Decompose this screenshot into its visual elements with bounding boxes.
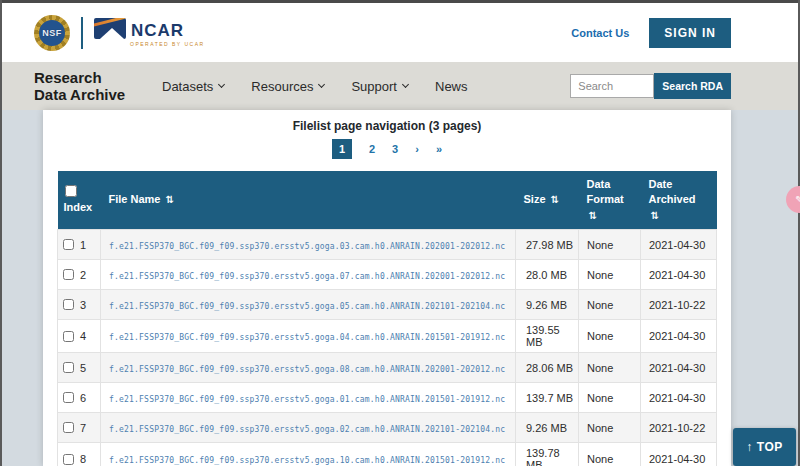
date-archived-cell: 2021-10-22 (641, 413, 717, 443)
page-button-2[interactable]: 2 (369, 143, 375, 155)
chevron-down-icon (318, 81, 325, 88)
ncar-tagline: OPERATED BY UCAR (94, 41, 205, 47)
index-cell: 3 (58, 290, 101, 320)
table-header-row: Index File Name ⇅ Size ⇅ Data Format ⇅ (58, 171, 717, 230)
date-archived-cell: 2021-04-30 (641, 353, 717, 383)
file-link[interactable]: f.e21.FSSP370_BGC.f09_f09.ssp370.ersstv5… (109, 272, 505, 281)
logo-divider (81, 17, 83, 49)
column-header-date-archived: Date Archived ⇅ (641, 171, 717, 230)
row-checkbox[interactable] (63, 392, 74, 403)
arrow-up-icon: ↑ (746, 440, 753, 454)
size-cell: 28.06 MB (516, 353, 579, 383)
date-archived-cell: 2021-04-30 (641, 320, 717, 353)
index-cell: 2 (58, 260, 101, 290)
file-name-cell: f.e21.FSSP370_BGC.f09_f09.ssp370.ersstv5… (101, 230, 516, 260)
file-link[interactable]: f.e21.FSSP370_BGC.f09_f09.ssp370.ersstv5… (109, 302, 505, 311)
row-checkbox[interactable] (63, 299, 74, 310)
ncar-logo: NCAR OPERATED BY UCAR (94, 18, 205, 47)
nav-item-support[interactable]: Support (351, 79, 408, 94)
row-checkbox[interactable] (63, 454, 74, 465)
nav-item-datasets[interactable]: Datasets (162, 79, 224, 94)
file-link[interactable]: f.e21.FSSP370_BGC.f09_f09.ssp370.ersstv5… (109, 333, 505, 342)
row-checkbox[interactable] (63, 362, 74, 373)
data-format-cell: None (579, 383, 641, 413)
data-format-cell: None (579, 230, 641, 260)
site-search: Search RDA (570, 73, 731, 99)
column-header-file-name: File Name ⇅ (101, 171, 516, 230)
table-row: 3 f.e21.FSSP370_BGC.f09_f09.ssp370.ersst… (58, 290, 717, 320)
page-button-3[interactable]: 3 (392, 143, 398, 155)
row-checkbox[interactable] (63, 269, 74, 280)
row-checkbox[interactable] (63, 422, 74, 433)
page-next-button[interactable]: › (415, 143, 419, 155)
sign-in-button[interactable]: SIGN IN (649, 18, 731, 48)
content-card: Filelist page navigation (3 pages) 1 2 3… (43, 110, 731, 466)
sort-icon[interactable]: ⇅ (651, 210, 659, 221)
size-cell: 139.55 MB (516, 320, 579, 353)
index-cell: 8 (58, 443, 101, 466)
table-row: 7 f.e21.FSSP370_BGC.f09_f09.ssp370.ersst… (58, 413, 717, 443)
file-link[interactable]: f.e21.FSSP370_BGC.f09_f09.ssp370.ersstv5… (109, 365, 505, 374)
data-format-cell: None (579, 260, 641, 290)
window-edge-left (0, 0, 2, 466)
row-checkbox[interactable] (63, 239, 74, 250)
date-archived-cell: 2021-04-30 (641, 230, 717, 260)
table-row: 1 f.e21.FSSP370_BGC.f09_f09.ssp370.ersst… (58, 230, 717, 260)
file-link[interactable]: f.e21.FSSP370_BGC.f09_f09.ssp370.ersstv5… (109, 425, 505, 434)
nav-item-resources[interactable]: Resources (251, 79, 324, 94)
main-area: Filelist page navigation (3 pages) 1 2 3… (0, 110, 800, 466)
sort-icon[interactable]: ⇅ (166, 194, 174, 205)
select-all-checkbox[interactable] (65, 185, 77, 197)
chevron-down-icon (218, 81, 225, 88)
contact-us-link[interactable]: Contact Us (571, 27, 629, 39)
date-archived-cell: 2021-10-22 (641, 290, 717, 320)
header-actions: Contact Us SIGN IN (571, 18, 731, 48)
file-link[interactable]: f.e21.FSSP370_BGC.f09_f09.ssp370.ersstv5… (109, 456, 505, 465)
file-link[interactable]: f.e21.FSSP370_BGC.f09_f09.ssp370.ersstv5… (109, 242, 505, 251)
file-name-cell: f.e21.FSSP370_BGC.f09_f09.ssp370.ersstv5… (101, 383, 516, 413)
index-cell: 1 (58, 230, 101, 260)
page-last-button[interactable]: » (436, 143, 442, 155)
size-cell: 139.7 MB (516, 383, 579, 413)
index-cell: 7 (58, 413, 101, 443)
ncar-mark-icon (94, 18, 126, 39)
ncar-logo-text: NCAR (131, 22, 184, 39)
date-archived-cell: 2021-04-30 (641, 443, 717, 466)
pagination-title: Filelist page navigation (3 pages) (43, 119, 731, 133)
column-header-size: Size ⇅ (516, 171, 579, 230)
table-row: 4 f.e21.FSSP370_BGC.f09_f09.ssp370.ersst… (58, 320, 717, 353)
data-format-cell: None (579, 413, 641, 443)
index-cell: 6 (58, 383, 101, 413)
file-link[interactable]: f.e21.FSSP370_BGC.f09_f09.ssp370.ersstv5… (109, 395, 505, 404)
size-cell: 27.98 MB (516, 230, 579, 260)
size-cell: 9.26 MB (516, 413, 579, 443)
sort-icon[interactable]: ⇅ (589, 210, 597, 221)
site-title: Research Data Archive (34, 69, 162, 104)
back-to-top-button[interactable]: ↑ TOP (733, 428, 796, 466)
nav-item-news[interactable]: News (435, 79, 468, 94)
data-format-cell: None (579, 320, 641, 353)
search-rda-button[interactable]: Search RDA (654, 73, 731, 99)
back-to-top-label: TOP (757, 440, 783, 454)
page-button-1-current[interactable]: 1 (332, 139, 352, 159)
data-format-cell: None (579, 290, 641, 320)
site-header: NSF NCAR OPERATED BY UCAR Contact Us SIG… (0, 3, 800, 62)
data-format-cell: None (579, 353, 641, 383)
table-row: 5 f.e21.FSSP370_BGC.f09_f09.ssp370.ersst… (58, 353, 717, 383)
file-name-cell: f.e21.FSSP370_BGC.f09_f09.ssp370.ersstv5… (101, 320, 516, 353)
row-checkbox[interactable] (63, 331, 74, 342)
nav-menu: Datasets Resources Support News (162, 79, 468, 94)
search-input[interactable] (570, 74, 654, 98)
filelist-table: Index File Name ⇅ Size ⇅ Data Format ⇅ (57, 171, 717, 466)
file-name-cell: f.e21.FSSP370_BGC.f09_f09.ssp370.ersstv5… (101, 413, 516, 443)
pagination: 1 2 3 › » (43, 139, 731, 159)
file-name-cell: f.e21.FSSP370_BGC.f09_f09.ssp370.ersstv5… (101, 443, 516, 466)
table-row: 6 f.e21.FSSP370_BGC.f09_f09.ssp370.ersst… (58, 383, 717, 413)
navbar: Research Data Archive Datasets Resources… (0, 62, 800, 110)
data-format-cell: None (579, 443, 641, 466)
size-cell: 28.0 MB (516, 260, 579, 290)
size-cell: 9.26 MB (516, 290, 579, 320)
sort-icon[interactable]: ⇅ (551, 194, 559, 205)
date-archived-cell: 2021-04-30 (641, 260, 717, 290)
nsf-logo: NSF (34, 15, 70, 51)
